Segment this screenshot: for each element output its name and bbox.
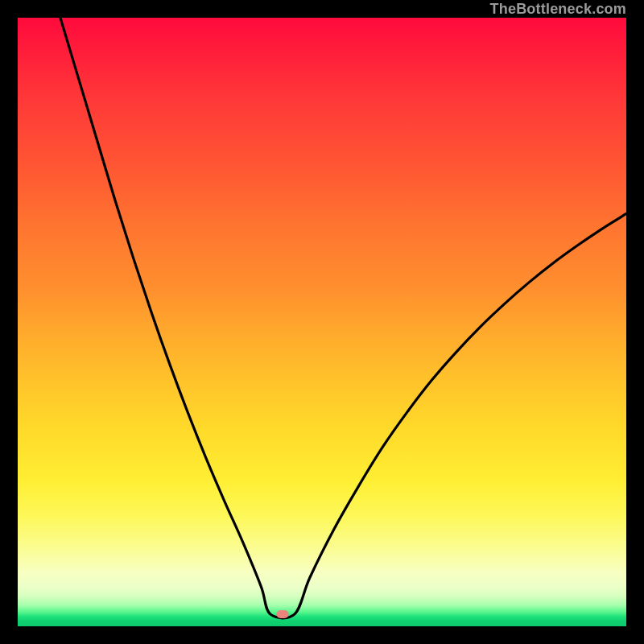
plot-area xyxy=(18,18,626,626)
bottleneck-curve xyxy=(18,18,626,626)
outer-frame: TheBottleneck.com xyxy=(0,0,644,644)
watermark-label: TheBottleneck.com xyxy=(490,1,626,18)
curve-path xyxy=(60,18,626,618)
attribution-text: TheBottleneck.com xyxy=(490,0,626,18)
minimum-marker xyxy=(276,610,288,618)
